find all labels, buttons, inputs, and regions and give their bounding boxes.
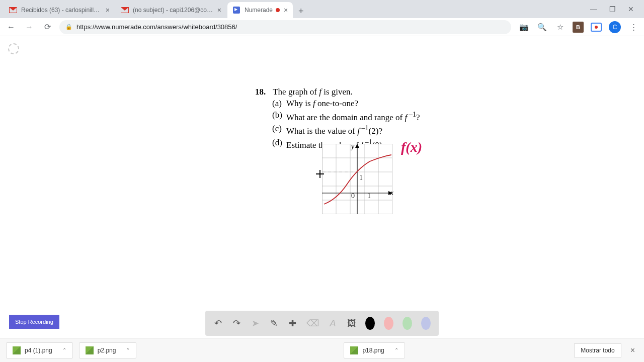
address-bar[interactable]: 🔒 https://www.numerade.com/answers/white… xyxy=(59,20,511,34)
undo-button[interactable]: ↶ xyxy=(213,317,223,330)
tab-gmail-inbox[interactable]: Recibidos (63) - carlospinill@gm × xyxy=(4,2,115,18)
loading-spinner-icon xyxy=(8,43,19,54)
tab-title: Numerade xyxy=(245,7,273,14)
window-controls: — ❐ ✕ xyxy=(590,5,640,13)
minimize-button[interactable]: — xyxy=(590,5,597,13)
color-blue[interactable] xyxy=(421,317,431,330)
page-content: 18. The graph of f is given. (a)Why is f… xyxy=(0,36,644,336)
gmail-icon xyxy=(9,6,17,14)
close-shelf-button[interactable]: × xyxy=(627,346,638,355)
close-icon[interactable]: × xyxy=(217,6,221,14)
chevron-up-icon[interactable]: ⌃ xyxy=(394,347,398,353)
download-filename: p4 (1).png xyxy=(25,347,52,354)
zoom-icon[interactable]: 🔍 xyxy=(536,22,547,33)
x-axis-label: x xyxy=(390,189,393,197)
download-item[interactable]: p18.png ⌃ xyxy=(344,342,405,358)
file-icon xyxy=(350,346,358,354)
eraser-tool[interactable]: ⌫ xyxy=(306,317,319,330)
problem-number: 18. xyxy=(255,87,266,97)
redo-button[interactable]: ↷ xyxy=(232,317,242,330)
profile-avatar[interactable]: C xyxy=(609,21,621,33)
camera-icon[interactable]: 📷 xyxy=(518,22,529,33)
file-icon xyxy=(86,346,94,354)
tab-title: (no subject) - capi1206@colorad xyxy=(133,7,213,14)
pen-tool[interactable]: ✎ xyxy=(269,317,279,330)
tab-numerade[interactable]: Numerade × xyxy=(227,2,293,18)
maximize-button[interactable]: ❐ xyxy=(609,5,616,13)
chevron-up-icon[interactable]: ⌃ xyxy=(126,347,130,353)
y-axis-label: y xyxy=(351,143,354,151)
stop-recording-button[interactable]: Stop Recording xyxy=(9,315,59,329)
download-item[interactable]: p2.png ⌃ xyxy=(79,342,137,358)
bookmark-icon[interactable]: ☆ xyxy=(554,22,566,33)
download-filename: p18.png xyxy=(362,347,384,354)
color-black[interactable] xyxy=(365,317,375,330)
function-graph: y x 0 1 1 xyxy=(322,144,392,214)
origin-label: 0 xyxy=(351,192,355,200)
y-unit-label: 1 xyxy=(359,174,363,182)
whiteboard-toolbar: ↶ ↷ ➤ ✎ ✚ ⌫ A 🖼 xyxy=(205,311,439,336)
file-icon xyxy=(13,346,21,354)
recording-indicator-icon xyxy=(276,8,280,12)
browser-tab-bar: Recibidos (63) - carlospinill@gm × (no s… xyxy=(0,0,644,18)
show-all-downloads-button[interactable]: Mostrar todo xyxy=(574,343,621,357)
close-window-button[interactable]: ✕ xyxy=(628,5,634,13)
reload-button[interactable]: ⟳ xyxy=(41,21,53,33)
toolbar-actions: 📷 🔍 ☆ B C ⋮ xyxy=(518,21,639,33)
url-text: https://www.numerade.com/answers/whitebo… xyxy=(76,23,237,31)
gmail-icon xyxy=(121,6,129,14)
lock-icon: 🔒 xyxy=(65,24,72,30)
x-unit-label: 1 xyxy=(367,192,371,200)
tab-title: Recibidos (63) - carlospinill@gm xyxy=(21,7,102,14)
download-filename: p2.png xyxy=(98,347,116,354)
back-button[interactable]: ← xyxy=(5,21,17,33)
pointer-tool[interactable]: ➤ xyxy=(251,317,260,330)
download-shelf: p4 (1).png ⌃ p2.png ⌃ p18.png ⌃ Mostrar … xyxy=(0,338,644,362)
handwritten-annotation: f(x) xyxy=(401,139,422,155)
image-tool[interactable]: 🖼 xyxy=(347,317,356,330)
menu-icon[interactable]: ⋮ xyxy=(628,22,639,33)
chevron-up-icon[interactable]: ⌃ xyxy=(62,347,66,353)
color-red[interactable] xyxy=(384,317,393,330)
text-tool[interactable]: A xyxy=(328,317,338,330)
numerade-icon xyxy=(232,6,240,14)
tab-gmail-nosubject[interactable]: (no subject) - capi1206@colorad × xyxy=(116,2,226,18)
forward-button[interactable]: → xyxy=(23,21,35,33)
problem-text: 18. The graph of f is given. (a)Why is f… xyxy=(255,86,420,151)
close-icon[interactable]: × xyxy=(284,6,288,14)
close-icon[interactable]: × xyxy=(106,6,110,14)
new-tab-button[interactable]: + xyxy=(294,4,308,18)
add-tool[interactable]: ✚ xyxy=(288,317,297,330)
extension-badge[interactable]: B xyxy=(573,22,584,33)
color-green[interactable] xyxy=(403,317,412,330)
download-item[interactable]: p4 (1).png ⌃ xyxy=(6,342,73,358)
browser-toolbar: ← → ⟳ 🔒 https://www.numerade.com/answers… xyxy=(0,18,644,36)
cast-icon[interactable] xyxy=(591,23,602,32)
